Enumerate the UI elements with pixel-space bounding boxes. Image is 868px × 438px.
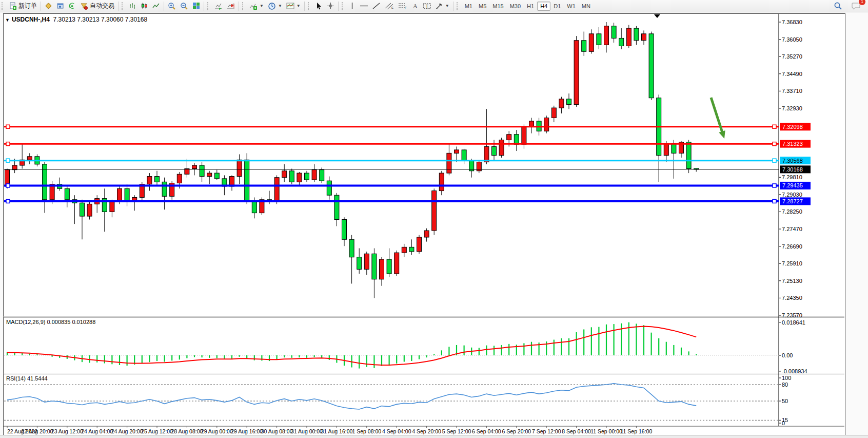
svg-text:100: 100 [782,375,791,381]
macd-indicator-label: MACD(12,26,9) 0.000835 0.010288 [6,319,95,325]
svg-text:30 Aug 08:00: 30 Aug 08:00 [261,428,293,434]
symbol-period-text: USDCNH-,H4 [12,16,50,23]
svg-text:7.29810: 7.29810 [782,174,802,180]
svg-text:7.34490: 7.34490 [782,71,802,77]
svg-text:0.018641: 0.018641 [782,319,805,326]
svg-text:7.29030: 7.29030 [782,192,802,198]
price-chart-canvas[interactable]: 7.368307.360507.352707.344907.337107.329… [0,0,868,438]
svg-text:24 Aug 04:00: 24 Aug 04:00 [81,428,113,434]
svg-text:22 Aug 20:00: 22 Aug 20:00 [21,428,53,434]
svg-text:6 Sep 20:00: 6 Sep 20:00 [502,428,531,434]
svg-text:7.25130: 7.25130 [782,278,802,284]
chart-shift-marker-icon[interactable] [654,14,660,18]
svg-text:31 Aug 16:00: 31 Aug 16:00 [321,428,352,434]
svg-text:7.28727: 7.28727 [782,198,803,204]
rsi-indicator-label: RSI(14) 41.5444 [6,375,48,382]
svg-text:50: 50 [782,398,788,404]
svg-text:7.31323: 7.31323 [782,141,803,147]
svg-text:7.32930: 7.32930 [782,105,802,111]
svg-text:7.24350: 7.24350 [782,295,802,301]
chart-symbol-title: ▼USDCNH-,H4 7.30213 7.30213 7.30060 7.30… [5,16,147,23]
status-bar [0,435,868,438]
svg-text:80: 80 [782,382,788,388]
svg-text:29 Aug 16:00: 29 Aug 16:00 [231,428,263,434]
svg-text:24 Aug 20:00: 24 Aug 20:00 [111,428,143,434]
svg-text:7.25910: 7.25910 [782,260,802,266]
svg-text:25 Aug 12:00: 25 Aug 12:00 [141,428,173,434]
svg-text:7.36050: 7.36050 [782,36,802,43]
svg-text:7.28250: 7.28250 [782,208,802,215]
svg-text:7.36830: 7.36830 [782,19,802,25]
svg-text:4 Sep 20:00: 4 Sep 20:00 [412,428,441,434]
svg-text:7 Sep 12:00: 7 Sep 12:00 [532,428,561,434]
svg-text:28 Aug 08:00: 28 Aug 08:00 [171,428,203,434]
svg-text:23 Aug 12:00: 23 Aug 12:00 [51,428,83,434]
svg-text:6 Sep 04:00: 6 Sep 04:00 [472,428,501,434]
svg-text:7.30168: 7.30168 [782,166,803,173]
svg-text:5 Sep 12:00: 5 Sep 12:00 [442,428,471,434]
svg-text:7.27470: 7.27470 [782,226,802,232]
svg-text:7.32098: 7.32098 [782,124,803,130]
svg-text:7.29435: 7.29435 [782,182,803,188]
svg-text:7.33710: 7.33710 [782,88,802,94]
svg-text:4 Sep 04:00: 4 Sep 04:00 [382,428,411,434]
svg-text:7.35270: 7.35270 [782,53,802,60]
svg-text:31 Aug 00:00: 31 Aug 00:00 [291,428,323,434]
svg-text:7.23570: 7.23570 [782,312,802,318]
svg-text:8 Sep 04:00: 8 Sep 04:00 [562,428,591,434]
svg-text:0: 0 [782,420,785,426]
svg-text:-0.008934: -0.008934 [782,368,807,374]
annotation-arrow[interactable] [711,98,723,134]
ohlc-readout: 7.30213 7.30213 7.30060 7.30168 [53,16,148,23]
svg-text:0.00: 0.00 [782,352,793,358]
svg-text:1 Sep 08:00: 1 Sep 08:00 [352,428,381,434]
one-click-trading-toggle-icon[interactable]: ▼ [5,17,10,23]
svg-text:7.30568: 7.30568 [782,158,803,164]
svg-text:11 Sep 16:00: 11 Sep 16:00 [621,428,653,434]
svg-text:7.26690: 7.26690 [782,243,802,250]
svg-text:29 Aug 00:00: 29 Aug 00:00 [201,428,233,434]
mt4-application: 新订单 自动交易 [0,0,868,438]
svg-text:11 Sep 00:00: 11 Sep 00:00 [590,428,622,434]
